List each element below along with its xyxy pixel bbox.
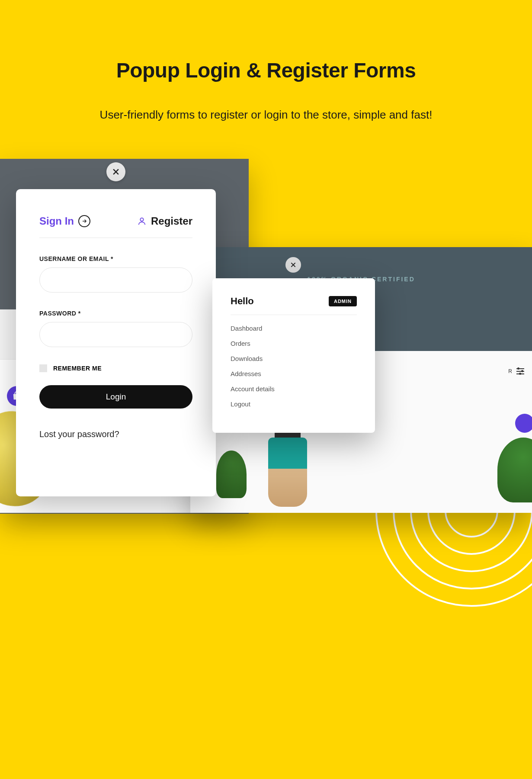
account-popup: Hello ADMIN Dashboard Orders Downloads A… — [212, 278, 375, 433]
admin-badge: ADMIN — [329, 296, 357, 306]
menu-account-details[interactable]: Account details — [231, 385, 357, 393]
checkbox-icon — [39, 364, 47, 372]
svg-point-5 — [140, 218, 143, 221]
fab-right[interactable] — [515, 414, 532, 433]
filter-control[interactable]: R — [508, 368, 524, 374]
product-jar — [268, 429, 307, 507]
hero-subtitle: User-friendly forms to register or login… — [0, 108, 532, 122]
menu-downloads[interactable]: Downloads — [231, 355, 357, 362]
arrow-right-circle-icon — [78, 215, 90, 227]
close-button-left[interactable] — [106, 162, 125, 181]
tab-register[interactable]: Register — [137, 215, 192, 227]
tab-register-label: Register — [151, 215, 192, 227]
remember-label: REMEMBER ME — [53, 365, 102, 372]
menu-logout[interactable]: Logout — [231, 400, 357, 408]
filter-label: R — [508, 368, 513, 374]
menu-addresses[interactable]: Addresses — [231, 370, 357, 377]
menu-dashboard[interactable]: Dashboard — [231, 325, 357, 332]
remember-me[interactable]: REMEMBER ME — [39, 364, 192, 372]
password-input[interactable] — [39, 322, 192, 347]
password-label: PASSWORD * — [39, 310, 192, 317]
hero-section: Popup Login & Register Forms User-friend… — [0, 0, 532, 122]
user-icon — [137, 216, 147, 226]
menu-orders[interactable]: Orders — [231, 340, 357, 347]
account-header: Hello ADMIN — [231, 296, 357, 315]
product-broccoli-left — [216, 451, 247, 498]
account-menu: Dashboard Orders Downloads Addresses Acc… — [231, 325, 357, 408]
close-icon — [290, 261, 297, 268]
tab-signin[interactable]: Sign In — [39, 215, 90, 227]
username-input[interactable] — [39, 267, 192, 293]
login-popup: Sign In Register USERNAME OR EMAIL * PAS… — [16, 189, 216, 496]
hero-title: Popup Login & Register Forms — [0, 58, 532, 82]
close-icon — [112, 167, 120, 176]
sliders-icon — [516, 368, 524, 374]
auth-tabs: Sign In Register — [39, 215, 192, 238]
account-greeting: Hello — [231, 296, 254, 307]
username-label: USERNAME OR EMAIL * — [39, 255, 192, 262]
login-button[interactable]: Login — [39, 385, 192, 409]
lost-password-link[interactable]: Lost your password? — [39, 429, 192, 439]
close-button-right[interactable] — [285, 257, 301, 273]
tab-signin-label: Sign In — [39, 215, 74, 227]
